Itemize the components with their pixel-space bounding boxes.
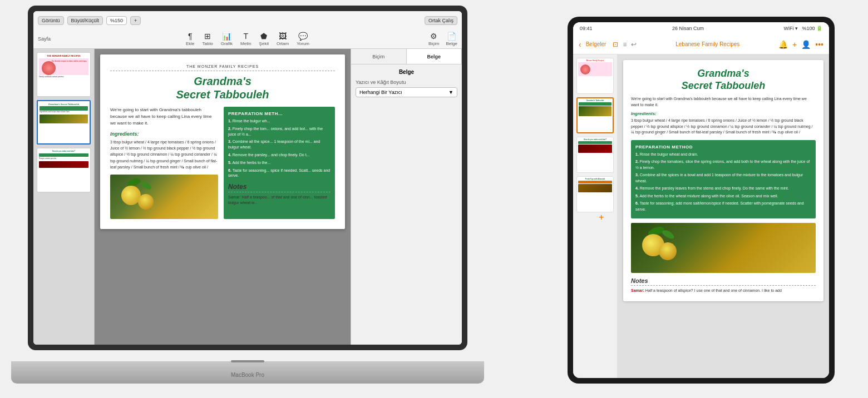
prep-step-1: 1. Rinse the bulgur wh... bbox=[228, 118, 331, 124]
macbook-screen-border: Görüntü Büyüt/Küçült %150 + Ortak Çalış … bbox=[28, 6, 467, 350]
ipad-thumb-4[interactable]: Fresh Figs with Almonds bbox=[576, 176, 614, 212]
ipad-toolbar: ‹ Belgeler ⊡ ≡ ↩ Lebanese Family Recipes… bbox=[573, 34, 829, 54]
ipad-status-bar: 09:41 26 Nisan Cum WiFi ▾ %100 🔋 bbox=[573, 22, 829, 34]
media-tool[interactable]: 🖼 Ortam bbox=[277, 32, 289, 46]
format-icon: ⚙ bbox=[430, 32, 437, 41]
ipad-photo bbox=[631, 223, 816, 273]
chart-label: Grafik bbox=[221, 41, 233, 46]
toolbar-top-row: Görüntü Büyüt/Küçült %150 + Ortak Çalış bbox=[33, 11, 462, 30]
ipad-notes-text: Samar: Half a teaspoon of allspice? I us… bbox=[631, 288, 816, 293]
ipad-more-icon[interactable]: ••• bbox=[815, 40, 823, 49]
macbook-label: MacBook Pro bbox=[231, 372, 264, 378]
format-button[interactable]: ⚙ Biçim bbox=[428, 32, 440, 46]
printer-dropdown[interactable]: Herhangi Bir Yazıcı ▼ bbox=[356, 87, 457, 97]
ipad-thumb-3[interactable]: How do you make ma'a'atar? bbox=[576, 137, 614, 173]
macbook-base: MacBook Pro bbox=[11, 361, 484, 384]
ipad-share-icon[interactable]: 🔔 bbox=[778, 40, 788, 49]
table-tool[interactable]: ⊞ Tablo bbox=[203, 32, 213, 46]
ipad-prep-step-2: 2. Finely chop the tomatoes, slice the s… bbox=[635, 159, 811, 171]
prep-title: PREPARATION METH... bbox=[228, 111, 331, 116]
ipad-back-button[interactable]: ‹ bbox=[579, 40, 581, 49]
ipad-ingredients-title: Ingredients: bbox=[631, 111, 816, 116]
thumb-1-title: THE MONZER FAMILY RECIPES bbox=[39, 54, 88, 57]
doc-two-col: We're going to start with Grandma's tabb… bbox=[110, 107, 335, 219]
page-thumb-2[interactable]: Grandma's Secret Tabbouleh Ingredients a… bbox=[37, 100, 91, 145]
doc-prep-box: PREPARATION METH... 1. Rinse the bulgur … bbox=[224, 107, 335, 219]
prep-step-4: 4. Remove the parsley... and chop finely… bbox=[228, 152, 331, 158]
ipad-prep-step-5: 5. Add the herbs to the wheat mixture al… bbox=[635, 193, 811, 200]
shape-icon: ⬟ bbox=[260, 32, 267, 41]
doc-heading: Grandma's Secret Tabbouleh bbox=[110, 74, 335, 101]
thumb-2-body: Ingredients and recipe steps shown here bbox=[40, 111, 88, 113]
chart-icon: 📊 bbox=[222, 32, 231, 41]
ipad-prep-step-4: 4. Remove the parsley leaves from the st… bbox=[635, 186, 811, 192]
macbook-notch bbox=[231, 360, 264, 362]
ipad-list-icon[interactable]: ≡ bbox=[623, 41, 627, 48]
doc-ingredients-title: Ingredients: bbox=[110, 131, 218, 137]
media-label: Ortam bbox=[277, 41, 289, 46]
right-panel-tabs: Biçim Belge bbox=[351, 49, 462, 64]
macbook-device: Görüntü Büyüt/Küçült %150 + Ortak Çalış … bbox=[28, 6, 484, 384]
text-tool[interactable]: T Metin bbox=[240, 32, 251, 46]
ipad-ingredients: 3 tbsp bulgur wheat / 4 large ripe tomat… bbox=[631, 118, 816, 136]
ipad-document-page: Grandma's Secret Tabbouleh We're going t… bbox=[623, 60, 823, 301]
pages-main: THE MONZER FAMILY RECIPES Our favorite r… bbox=[33, 49, 462, 345]
thumb-1-body: Family cookbook content preview bbox=[39, 76, 88, 78]
doc-left-col: We're going to start with Grandma's tabb… bbox=[110, 107, 218, 219]
insert-tool[interactable]: ¶ Ekle bbox=[186, 32, 195, 46]
ipad-time: 09:41 bbox=[580, 26, 593, 31]
ipad-date: 26 Nisan Cum bbox=[672, 26, 704, 31]
document-button[interactable]: 📄 Belge bbox=[446, 32, 457, 46]
doc-body-text: We're going to start with Grandma's tabb… bbox=[110, 107, 218, 127]
add-page-button[interactable]: + bbox=[130, 16, 141, 25]
comment-tool[interactable]: 💬 Yorum bbox=[297, 32, 309, 46]
zoom-menu[interactable]: Büyüt/Küçült bbox=[67, 16, 103, 25]
doc-ingredients: 3 tbsp bulgur wheat / 4 large ripe tomat… bbox=[110, 139, 218, 170]
ipad-prep-title: PREPARATION METHOD bbox=[635, 145, 811, 150]
doc-photo bbox=[110, 175, 218, 219]
ipad-add-page-button[interactable]: + bbox=[599, 212, 604, 222]
collaborate-button[interactable]: Ortak Çalış bbox=[425, 16, 457, 25]
view-menu[interactable]: Görüntü bbox=[38, 16, 64, 25]
ipad-prep-step-6: 6. Taste for seasoning; add more salt/le… bbox=[635, 201, 811, 212]
pages-content-area: THE MONZER FAMILY RECIPES Grandma's Secr… bbox=[95, 49, 351, 345]
shape-tool[interactable]: ⬟ Şekil bbox=[259, 32, 269, 46]
ipad-thumb-1[interactable]: Monzer Family Recipes bbox=[576, 58, 614, 94]
document-label: Belge bbox=[446, 41, 457, 46]
document-icon: 📄 bbox=[447, 32, 456, 41]
page-thumb-3[interactable]: How do you make ma'a'atar? Recipe conten… bbox=[37, 148, 91, 192]
pages-sidebar: THE MONZER FAMILY RECIPES Our favorite r… bbox=[33, 49, 95, 345]
ipad-device: 09:41 26 Nisan Cum WiFi ▾ %100 🔋 ‹ Belge… bbox=[568, 17, 835, 384]
ipad-undo-icon[interactable]: ↩ bbox=[631, 41, 637, 48]
ipad-content: Grandma's Secret Tabbouleh We're going t… bbox=[618, 54, 829, 378]
macbook-screen: Görüntü Büyüt/Küçült %150 + Ortak Çalış … bbox=[33, 11, 462, 345]
notes-dashed-line bbox=[228, 192, 331, 192]
ipad-thumb-2[interactable]: Grandma's Tabbouleh bbox=[576, 97, 614, 133]
prep-step-5: 5. Add the herbs to the... bbox=[228, 160, 331, 166]
right-tab-belge[interactable]: Belge bbox=[407, 49, 462, 64]
document-page: THE MONZER FAMILY RECIPES Grandma's Secr… bbox=[100, 54, 345, 229]
comment-icon: 💬 bbox=[298, 32, 308, 41]
ipad-body-text: We're going to start with Grandma's tabb… bbox=[631, 96, 816, 108]
chart-tool[interactable]: 📊 Grafik bbox=[221, 32, 233, 46]
ipad-main: Monzer Family Recipes Grandma's Tabboule… bbox=[573, 54, 829, 378]
ipad-user-icon[interactable]: 👤 bbox=[801, 40, 811, 49]
ipad-add-icon[interactable]: + bbox=[792, 40, 797, 49]
text-icon: T bbox=[244, 32, 249, 41]
shape-label: Şekil bbox=[259, 41, 269, 46]
ipad-prep-box: PREPARATION METHOD 1. Rinse the bulgur w… bbox=[631, 140, 816, 219]
pages-toolbar: Görüntü Büyüt/Küçült %150 + Ortak Çalış … bbox=[33, 11, 462, 49]
zoom-value[interactable]: %150 bbox=[106, 16, 127, 25]
ipad-notes-author: Samar: bbox=[631, 288, 644, 292]
right-panel: Biçim Belge Belge Yazıcı ve Kâğıt Boyutu… bbox=[351, 49, 462, 345]
doc-header: THE MONZER FAMILY RECIPES bbox=[110, 64, 335, 71]
media-icon: 🖼 bbox=[279, 32, 287, 41]
text-label: Metin bbox=[240, 41, 251, 46]
ipad-page-view-icon[interactable]: ⊡ bbox=[613, 41, 618, 48]
page-thumb-1[interactable]: THE MONZER FAMILY RECIPES Our favorite r… bbox=[37, 52, 91, 97]
right-tab-biçim[interactable]: Biçim bbox=[351, 49, 407, 64]
ipad-back-label[interactable]: Belgeler bbox=[586, 41, 606, 47]
insert-label: Ekle bbox=[186, 41, 195, 46]
ipad-battery: WiFi ▾ %100 🔋 bbox=[783, 26, 822, 31]
ipad-doc-heading: Grandma's Secret Tabbouleh bbox=[631, 68, 816, 92]
